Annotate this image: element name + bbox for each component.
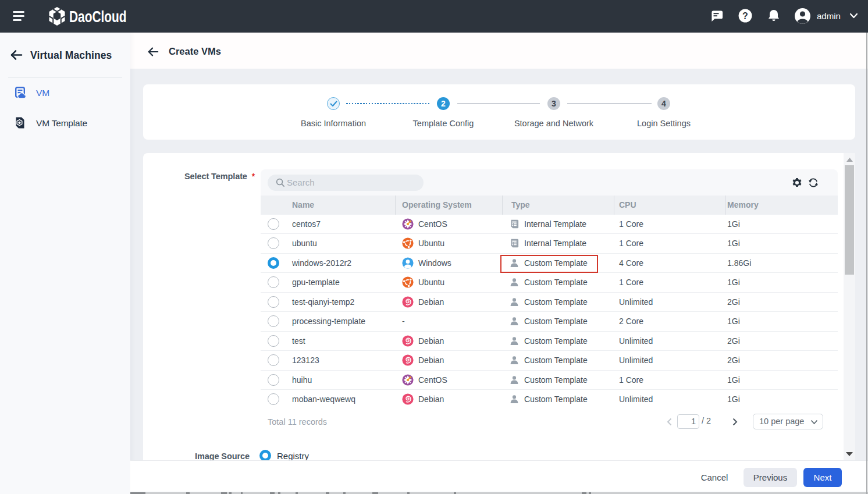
svg-text:?: ? — [742, 11, 748, 21]
